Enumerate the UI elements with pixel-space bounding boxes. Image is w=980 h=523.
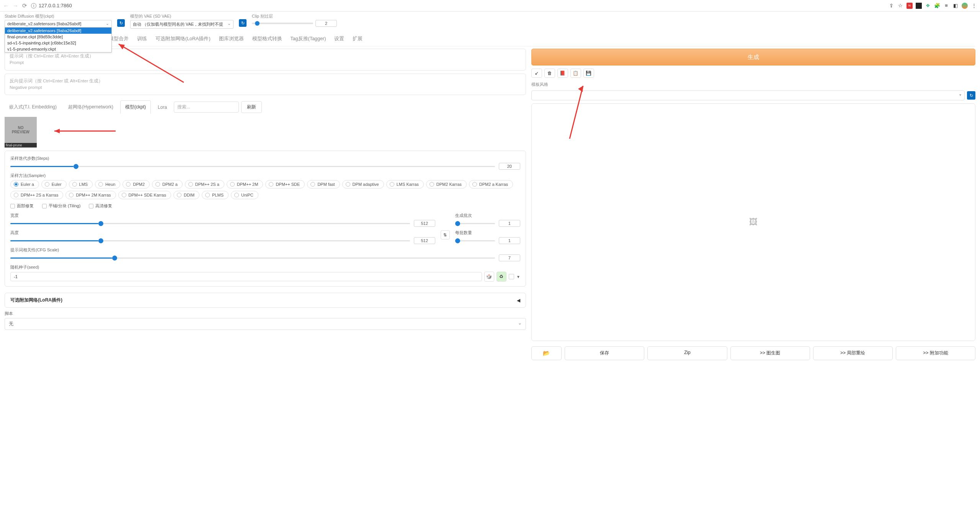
batch-size-slider[interactable] [455,240,495,241]
send-inpaint-button[interactable]: >> 局部重绘 [813,346,893,360]
sampler-dpm-2m-karras[interactable]: DPM++ 2M Karras [65,191,116,199]
sd-option-0[interactable]: deliberate_v2.safetensors [9aba26abdf] [5,28,111,34]
sampler-dpm-2s-a-karras[interactable]: DPM++ 2S a Karras [10,191,63,199]
steps-slider[interactable] [10,166,495,167]
negative-prompt-input[interactable]: 反向提示词（按 Ctrl+Enter 或 Alt+Enter 生成） Negat… [5,74,526,95]
sampler-lms-karras[interactable]: LMS Karras [386,180,424,189]
tab-settings[interactable]: 设置 [333,33,345,46]
sd-option-2[interactable]: sd-v1-5-inpainting.ckpt [c6bbc15e32] [5,40,111,46]
sampler-lms[interactable]: LMS [69,180,93,189]
sd-option-1[interactable]: final-prune.ckpt [89d59c3dde] [5,34,111,40]
sampler-euler-a[interactable]: Euler a [10,180,39,189]
model-card[interactable]: NOPREVIEW final-prune [5,117,37,148]
avatar-icon[interactable] [962,3,968,9]
sampler-dpm2-a-karras[interactable]: DPM2 a Karras [469,180,513,189]
check-tiling[interactable]: 平铺/分块 (Tiling) [42,203,80,209]
tab-train[interactable]: 训练 [136,33,148,46]
list-icon[interactable]: ≡ [943,3,949,9]
tab-gallery[interactable]: 图库浏览器 [218,33,245,46]
steps-value[interactable]: 20 [499,163,520,170]
generate-button[interactable]: 生成 [531,49,975,66]
vae-refresh-button[interactable]: ↻ [239,19,247,27]
ext-icon-2[interactable] [916,3,922,9]
tool-arrow-button[interactable]: ↙ [531,69,542,78]
back-icon[interactable]: ← [3,2,9,9]
tab-extensions[interactable]: 扩展 [352,33,363,46]
tool-book-button[interactable]: 📕 [557,69,568,78]
batch-count-slider[interactable] [455,223,495,224]
tool-clipboard-button[interactable]: 📋 [570,69,581,78]
tool-trash-button[interactable]: 🗑 [544,69,555,78]
subtab-lora[interactable]: Lora [153,102,172,113]
reload-icon[interactable]: ⟳ [22,2,27,9]
height-slider[interactable] [10,240,410,241]
clip-slider[interactable] [252,23,313,24]
forward-icon[interactable]: → [13,2,18,9]
sampler-dpm-sde[interactable]: DPM++ SDE [265,180,305,189]
share-icon[interactable]: ⇪ [888,3,894,9]
vae-select[interactable]: 自动 （仅加载与模型同名的 VAE，未找到时不提 [130,20,234,29]
info-icon[interactable]: i [31,3,36,8]
batch-count-value[interactable]: 1 [499,220,520,227]
tab-tagger[interactable]: Tag反推(Tagger) [290,33,327,46]
seed-extra-check[interactable] [509,274,514,279]
menu-icon[interactable]: ⋮ [971,3,977,9]
send-extras-button[interactable]: >> 附加功能 [896,346,975,360]
save-button[interactable]: 保存 [565,346,644,360]
sd-option-3[interactable]: v1-5-pruned-emaonly.ckpt [5,46,111,52]
tab-convert[interactable]: 模型格式转换 [252,33,283,46]
extra-refresh-button[interactable]: 刷新 [241,101,262,113]
sampler-dpm-sde-karras[interactable]: DPM++ SDE Karras [118,191,171,199]
ext-icon-3[interactable]: ❖ [925,3,931,9]
seed-input[interactable]: -1 [10,272,482,281]
sd-refresh-button[interactable]: ↻ [117,19,125,27]
star-icon[interactable]: ☆ [897,3,903,9]
sampler-unipc[interactable]: UniPC [231,191,258,199]
extra-search[interactable]: 搜索... [174,102,239,113]
style-refresh-button[interactable]: ↻ [967,91,975,100]
seed-expand-icon[interactable]: ▼ [516,275,520,279]
ext-icon-1[interactable]: N [906,3,913,9]
swap-dims-button[interactable]: ⇅ [441,230,450,239]
sampler-ddim[interactable]: DDIM [173,191,199,199]
clip-value[interactable]: 2 [315,20,337,27]
tool-save-button[interactable]: 💾 [583,69,594,78]
open-folder-button[interactable]: 📂 [531,346,562,360]
width-label: 宽度 [10,213,435,218]
sampler-dpm2[interactable]: DPM2 [122,180,150,189]
sampler-heun[interactable]: Heun [95,180,120,189]
seed-reuse-button[interactable]: ♻ [497,272,506,282]
subtab-hypernet[interactable]: 超网络(Hypernetwork) [64,101,118,113]
height-value[interactable]: 512 [414,237,435,244]
width-value[interactable]: 512 [414,220,435,227]
subtab-ckpt[interactable]: 模型(ckpt) [120,100,151,114]
cfg-value[interactable]: 7 [499,254,520,261]
batch-size-value[interactable]: 1 [499,237,520,244]
sampler-plms[interactable]: PLMS [202,191,229,199]
sd-model-select[interactable]: deliberate_v2.safetensors [9aba26abdf] [5,20,112,28]
seed-random-button[interactable]: 🎲 [484,272,494,282]
puzzle-icon[interactable]: 🧩 [934,3,940,9]
check-hires[interactable]: 高清修复 [89,203,112,209]
cfg-slider[interactable] [10,257,495,259]
panel-icon[interactable]: ◧ [952,3,959,9]
sampler-dpm-fast[interactable]: DPM fast [307,180,340,189]
script-select[interactable]: 无 [5,318,526,330]
zip-button[interactable]: Zip [647,346,727,360]
sampler-dpm-2m[interactable]: DPM++ 2M [227,180,263,189]
sd-model-dropdown[interactable]: deliberate_v2.safetensors [9aba26abdf] f… [5,27,112,52]
sampler-dpm2-karras[interactable]: DPM2 Karras [426,180,467,189]
check-face-restore[interactable]: 面部修复 [10,203,34,209]
url-bar[interactable]: i 127.0.0.1:7860 [31,3,884,8]
sampler-euler[interactable]: Euler [41,180,67,189]
send-img2img-button[interactable]: >> 图生图 [730,346,810,360]
subtab-embedding[interactable]: 嵌入式(T.I. Embedding) [5,101,61,113]
width-slider[interactable] [10,223,410,224]
sampler-dpm-adaptive[interactable]: DPM adaptive [342,180,384,189]
sampler-dpm-2s-a[interactable]: DPM++ 2S a [185,180,224,189]
style-select[interactable] [531,90,965,100]
tab-lora[interactable]: 可选附加网络(LoRA插件) [155,33,211,46]
sampler-dpm2-a[interactable]: DPM2 a [152,180,183,189]
lora-accordion[interactable]: 可选附加网络(LoRA插件) ◀ [5,293,526,308]
output-gallery[interactable]: 🖼 [531,103,975,341]
